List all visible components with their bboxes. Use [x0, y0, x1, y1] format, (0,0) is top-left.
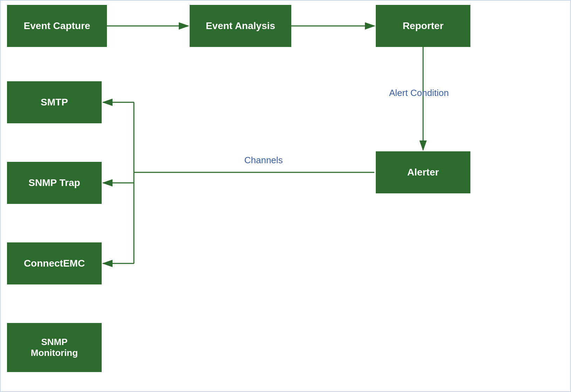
connect-emc-node: ConnectEMC	[7, 242, 102, 284]
connect-emc-label: ConnectEMC	[24, 258, 85, 269]
snmp-trap-node: SNMP Trap	[7, 162, 102, 204]
smtp-node: SMTP	[7, 81, 102, 123]
event-analysis-node: Event Analysis	[190, 5, 291, 47]
reporter-node: Reporter	[376, 5, 470, 47]
event-capture-node: Event Capture	[7, 5, 107, 47]
snmp-monitoring-node: SNMPMonitoring	[7, 323, 102, 372]
smtp-label: SMTP	[41, 97, 68, 108]
event-analysis-label: Event Analysis	[206, 20, 275, 32]
reporter-label: Reporter	[403, 20, 444, 32]
alert-condition-label: Alert Condition	[389, 88, 449, 98]
event-capture-label: Event Capture	[24, 20, 90, 32]
alerter-node: Alerter	[376, 151, 470, 193]
snmp-monitoring-label: SNMPMonitoring	[31, 337, 78, 358]
snmp-trap-label: SNMP Trap	[28, 177, 80, 188]
diagram-container: Event Capture Event Analysis Reporter SM…	[0, 0, 571, 392]
channels-label: Channels	[244, 155, 283, 166]
alerter-label: Alerter	[407, 167, 439, 178]
